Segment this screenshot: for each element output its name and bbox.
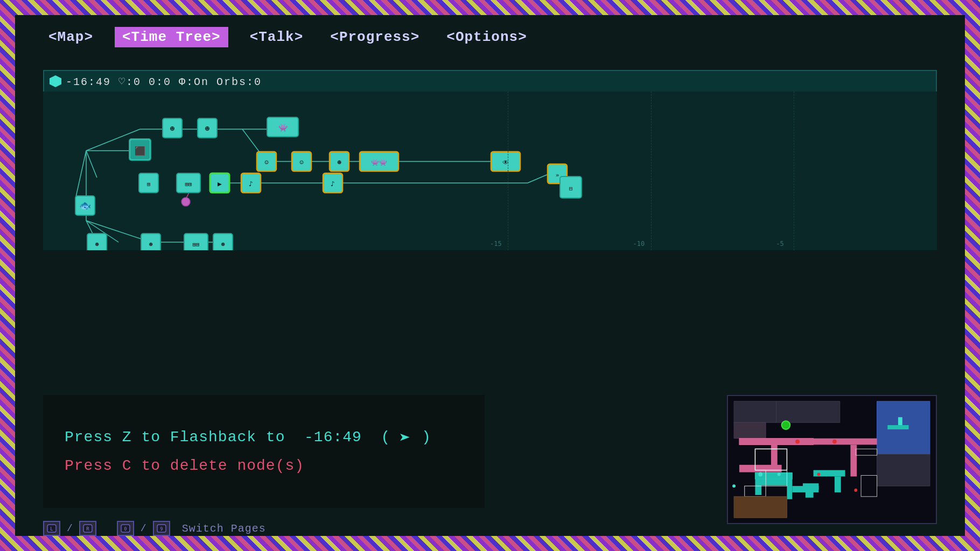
svg-point-105 [782,421,790,429]
svg-rect-90 [877,454,930,486]
tree-canvas[interactable]: -15 -10 -5 [43,91,937,250]
svg-point-104 [732,484,736,488]
svg-text:☻: ☻ [170,124,175,133]
svg-rect-80 [739,465,782,472]
svg-text:⊞⊞: ⊞⊞ [185,181,192,188]
svg-text:»: » [556,172,559,179]
tab-options[interactable]: <Options> [441,27,532,47]
time-tree-svg: 🐟 ⬛ ☻ ☻ 👾 ☺ ☺ ☻ 👾👾 👁 ▶ ⊞ ⊞⊞ [43,91,937,250]
player-icon [50,75,61,87]
status-bar: -16:49 ♡:0 0:0 Φ:On Orbs:0 [43,70,937,91]
svg-point-101 [854,489,857,492]
switch-pages-label: Switch Pages [182,522,266,535]
r-button[interactable]: R [79,521,96,536]
svg-text:⊞⊞: ⊞⊞ [192,241,199,248]
slash-divider-2: / [141,523,146,534]
svg-text:♪: ♪ [249,180,253,188]
svg-rect-78 [739,439,814,445]
svg-rect-95 [835,476,841,492]
svg-text:☻: ☻ [149,241,153,248]
svg-text:☻: ☻ [337,159,341,166]
svg-text:☺: ☺ [264,159,268,166]
svg-rect-76 [776,401,840,422]
svg-text:⬛: ⬛ [135,146,145,156]
tab-progress[interactable]: <Progress> [325,27,425,47]
svg-rect-109 [898,417,902,425]
svg-text:☻: ☻ [221,241,225,248]
l-button[interactable]: L [43,521,60,536]
grid-label-minus10: -10 [633,240,645,248]
svg-text:R: R [86,526,89,532]
svg-rect-75 [734,401,776,422]
svg-text:▶: ▶ [218,180,222,188]
svg-point-100 [817,473,820,476]
tab-map[interactable]: <Map> [43,27,99,47]
slash-divider-1: / [67,523,73,534]
svg-text:☻: ☻ [205,124,210,133]
tab-talk[interactable]: <Talk> [244,27,309,47]
svg-text:☻: ☻ [95,241,99,248]
controls-bar: L / R 0 / 9 Switch Pages [43,521,266,536]
info-panel: Press Z to Flashback to -16:49 ( ) Press… [43,395,485,508]
svg-text:9: 9 [160,527,163,532]
tab-time-tree[interactable]: <Time Tree> [115,27,228,47]
svg-text:👾: 👾 [278,123,288,132]
svg-point-98 [795,440,800,444]
svg-text:👾👾: 👾👾 [371,158,387,166]
svg-rect-92 [814,439,877,445]
svg-rect-91 [734,497,787,518]
grid-line-minus15 [508,91,508,250]
flashback-instruction: Press Z to Flashback to -16:49 ( ) [65,429,463,446]
svg-line-2 [86,151,97,178]
svg-point-99 [832,440,837,444]
svg-point-102 [758,472,762,477]
svg-text:♪: ♪ [331,180,335,188]
svg-text:⊞: ⊞ [147,181,151,188]
svg-line-3 [75,151,86,199]
grid-label-minus15: -15 [490,240,502,248]
minimap [727,395,937,524]
svg-point-103 [778,473,781,476]
svg-point-65 [181,197,190,206]
grid-line-minus5 [794,91,794,250]
num-9-button[interactable]: 9 [153,521,170,536]
svg-text:L: L [50,526,53,532]
status-text: -16:49 ♡:0 0:0 Φ:On Orbs:0 [66,75,262,88]
svg-text:☺: ☺ [299,159,303,166]
svg-rect-84 [787,473,792,499]
svg-text:0: 0 [124,527,127,532]
svg-rect-77 [734,422,766,439]
svg-rect-108 [887,425,908,429]
delete-instruction: Press C to delete node(s) [65,457,463,474]
svg-text:🐟: 🐟 [79,200,92,211]
svg-line-23 [528,175,547,183]
grid-line-minus10 [651,91,652,250]
num-0-button[interactable]: 0 [117,521,134,536]
nav-bar: <Map> <Time Tree> <Talk> <Progress> <Opt… [43,27,937,47]
svg-rect-96 [803,483,819,490]
grid-label-minus5: -5 [776,240,783,248]
svg-rect-79 [771,444,778,465]
svg-rect-97 [806,490,814,498]
svg-text:⊟: ⊟ [569,185,573,192]
